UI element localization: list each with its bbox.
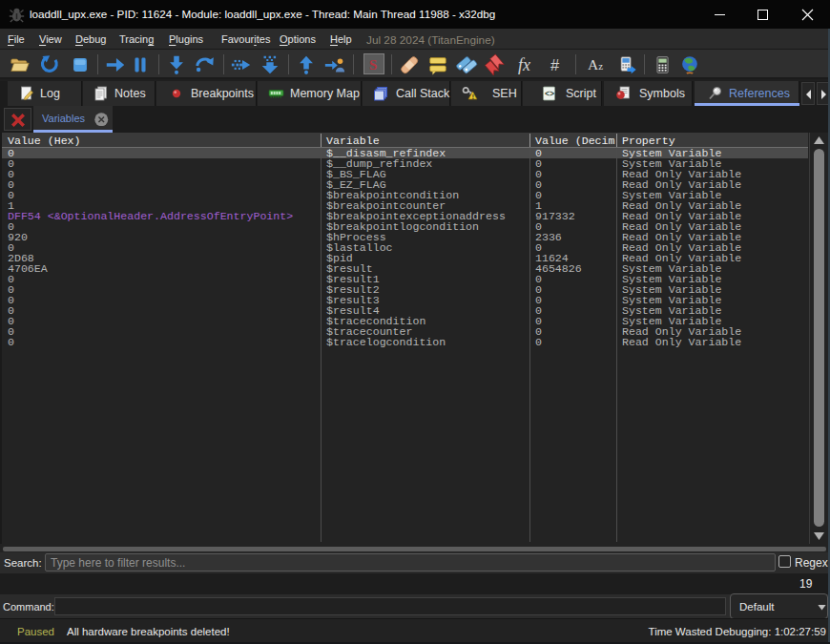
svg-text:!: ! [472,93,474,100]
svg-text:<>: <> [545,90,554,99]
